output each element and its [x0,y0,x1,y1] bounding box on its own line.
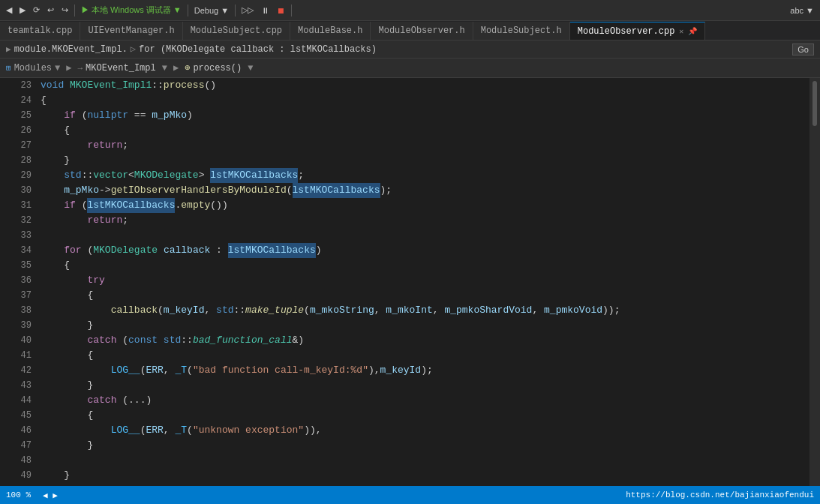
code-line-47: } [41,438,809,453]
tab-moduleobserver-cpp[interactable]: ModuleObserver.cpp ✕ 📌 [570,22,706,40]
line-num-49: 49 [0,468,32,483]
status-zoom-controls[interactable]: ◀ ▶ [43,490,58,500]
code-area[interactable]: void MKOEvent_Impl1::process(){ if (null… [38,78,809,486]
modules-icon: ⊞ [6,63,11,73]
go-button[interactable]: Go [792,44,814,56]
line-num-38: 38 [0,303,32,318]
toolbar-refresh-btn[interactable]: ⟳ [30,4,43,16]
separator-1 [74,4,75,16]
code-line-39: } [41,318,809,333]
line-num-33: 33 [0,228,32,243]
code-line-44: catch (...) [41,393,809,408]
line-num-40: 40 [0,333,32,348]
code-line-43: } [41,378,809,393]
separator-3 [235,4,236,16]
line-num-26: 26 [0,123,32,138]
tab-pin-icon[interactable]: 📌 [688,27,697,36]
code-line-36: try [41,273,809,288]
line-num-45: 45 [0,408,32,423]
line-num-32: 32 [0,213,32,228]
line-num-46: 46 [0,423,32,438]
highlighted-token: lstMKOCallbacks [210,168,298,183]
breadcrumb-part1: module.MKOEvent_Impl. [14,44,128,55]
line-num-39: 39 [0,318,32,333]
line-num-30: 30 [0,183,32,198]
editor: 2324252627282930313233343536373839404142… [0,78,820,486]
code-line-26: { [41,123,809,138]
tab-modulebase[interactable]: ModuleBase.h [290,22,371,40]
line-num-48: 48 [0,453,32,468]
file-tabs: teamtalk.cpp UIEventManager.h ModuleSubj… [0,21,820,40]
line-num-41: 41 [0,348,32,363]
scope-arrow-icon: → [77,64,83,73]
tab-modulebase-label: ModuleBase.h [298,26,362,36]
tab-teamtalk[interactable]: teamtalk.cpp [0,22,80,40]
line-num-27: 27 [0,138,32,153]
toolbar-step-over[interactable]: ▷▷ [239,4,257,16]
status-right: https://blog.csdn.net/bajianxiaofendui [626,490,814,500]
toolbar-intellisense[interactable]: abc ▼ [787,4,817,16]
toolbar: ◀ ▶ ⟳ ↩ ↪ ▶ 本地 Windows 调试器 ▼ Debug ▼ ▷▷ … [0,0,820,21]
highlighted-token: lstMKOCallbacks [87,198,175,213]
highlighted-token: lstMKOCallbacks [228,243,316,258]
code-line-25: if (nullptr == m_pMko) [41,108,809,123]
tab-close-icon[interactable]: ✕ [679,27,683,36]
code-line-37: { [41,288,809,303]
tab-moduleobserver-h-label: ModuleObserver.h [378,26,464,36]
function-scope: ⊕ process() ▼ [185,62,253,74]
code-line-40: catch (const std::bad_function_call&) [41,333,809,348]
code-line-45: { [41,408,809,423]
tab-uieventmanager[interactable]: UIEventManager.h [80,22,182,40]
scope-separator-arrow2: ▶ [173,62,179,74]
tab-modulesubject-cpp[interactable]: ModuleSubject.cpp [183,22,290,40]
code-line-49: } [41,468,809,483]
scope-bar: ⊞ Modules ▼ ▶ → MKOEvent_Impl ▼ ▶ ⊕ proc… [0,58,820,78]
line-num-44: 44 [0,393,32,408]
line-num-24: 24 [0,93,32,108]
code-line-23: void MKOEvent_Impl1::process() [41,78,809,93]
breadcrumb-nav-icon: ▶ [6,44,11,54]
toolbar-forward-btn[interactable]: ▶ [17,4,29,16]
status-zoom: 100 % [6,490,31,500]
code-line-27: return; [41,138,809,153]
breadcrumb-arrow1: ▷ [131,44,136,55]
tab-moduleobserver-h[interactable]: ModuleObserver.h [371,22,473,40]
code-line-35: { [41,258,809,273]
line-num-23: 23 [0,78,32,93]
scope-value: → MKOEvent_Impl ▼ [77,63,167,74]
separator-2 [188,4,188,16]
tab-modulesubject-h-label: ModuleSubject.h [481,26,562,36]
code-line-46: LOG__(ERR, _T("unknown exception")), [41,423,809,438]
function-dropdown: ▼ [248,63,253,74]
separator-4 [291,4,292,16]
status-url: https://blog.csdn.net/bajianxiaofendui [626,490,814,500]
line-num-36: 36 [0,273,32,288]
code-line-24: { [41,93,809,108]
toolbar-run-btn[interactable]: ▶ 本地 Windows 调试器 ▼ [78,3,185,17]
scope-modules-value: MKOEvent_Impl [86,63,156,74]
function-icon: ⊕ [185,62,190,74]
scope-separator-arrow: ▶ [66,62,71,74]
toolbar-redo-btn[interactable]: ↪ [59,4,71,16]
line-num-29: 29 [0,168,32,183]
scrollbar[interactable] [809,78,820,486]
code-line-38: callback(m_keyId, std::make_tuple(m_mkoS… [41,303,809,318]
status-bar: 100 % ◀ ▶ https://blog.csdn.net/bajianxi… [0,486,820,504]
code-line-30: m_pMko->getIObserverHandlersByModuleId(l… [41,183,809,198]
function-value: process() [193,63,242,74]
scroll-thumb[interactable] [812,81,817,126]
code-line-28: } [41,153,809,168]
highlighted-token: lstMKOCallbacks [293,183,380,198]
code-line-33 [41,228,809,243]
toolbar-debug-btn[interactable]: Debug ▼ [191,4,232,16]
toolbar-pause[interactable]: ⏸ [258,4,272,16]
code-line-29: std::vector<MKODelegate> lstMKOCallbacks… [41,168,809,183]
toolbar-stop[interactable]: ⏹ [274,4,288,16]
code-line-41: { [41,348,809,363]
toolbar-back-btn[interactable]: ◀ [3,4,15,16]
toolbar-undo-btn[interactable]: ↩ [44,4,57,16]
tab-modulesubject-cpp-label: ModuleSubject.cpp [191,26,282,36]
modules-dropdown-arrow: ▼ [55,63,60,74]
tab-modulesubject-h[interactable]: ModuleSubject.h [473,22,570,40]
line-num-43: 43 [0,378,32,393]
